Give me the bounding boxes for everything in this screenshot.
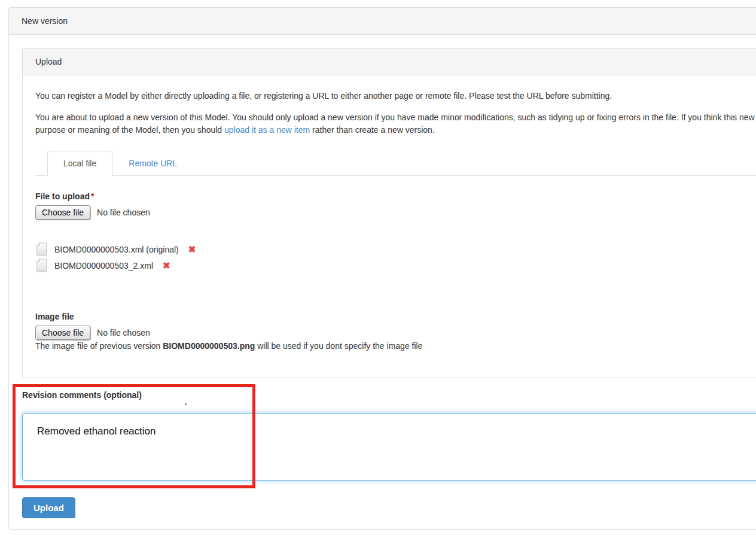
tab-remote-url[interactable]: Remote URL [112, 151, 193, 176]
file-name: BIOMD0000000503.xml (original) [54, 245, 179, 254]
delete-file-icon[interactable]: ✖ [188, 245, 196, 254]
image-note-tail: will be used if you dont specify the ima… [255, 341, 422, 351]
revision-comments-section: Revision comments (optional) Removed eth… [22, 390, 756, 481]
new-version-panel-body: Upload You can register a Model by eithe… [9, 35, 756, 531]
upload-button[interactable]: Upload [22, 497, 75, 518]
image-file-chosen-status: No file chosen [97, 328, 150, 338]
intro-paragraph-1: You can register a Model by either direc… [35, 90, 756, 102]
file-row: BIOMD0000000503_2.xml ✖ [35, 257, 756, 273]
file-to-upload-label-text: File to upload [35, 191, 90, 201]
image-note-text: The image file of previous version [35, 341, 163, 351]
file-to-upload-input: Choose file No file chosen [35, 205, 756, 220]
file-icon [36, 242, 47, 256]
file-icon [36, 259, 47, 272]
required-asterisk: * [91, 191, 94, 201]
file-row: BIOMD0000000503.xml (original) ✖ [35, 241, 756, 257]
intro-paragraph-2-tail: rather than create a new version. [310, 125, 435, 135]
upload-source-tabs: Local file Remote URL [35, 151, 756, 176]
intro-paragraph-2: You are about to upload a new version of… [35, 111, 756, 136]
delete-file-icon[interactable]: ✖ [163, 261, 170, 270]
upload-as-new-item-link[interactable]: upload it as a new item [224, 125, 310, 135]
existing-file-list: BIOMD0000000503.xml (original) ✖ BIOMD00… [35, 241, 756, 273]
tab-local-file[interactable]: Local file [47, 151, 112, 176]
image-note-filename: BIOMD0000000503.png [163, 341, 255, 351]
choose-file-button[interactable]: Choose file [35, 205, 90, 220]
file-name: BIOMD0000000503_2.xml [54, 261, 153, 270]
image-file-group: Image file Choose file No file chosen Th… [35, 312, 756, 352]
upload-panel: Upload You can register a Model by eithe… [22, 48, 756, 378]
image-file-note: The image file of previous version BIOMD… [35, 340, 756, 352]
upload-panel-body: You can register a Model by either direc… [23, 75, 756, 378]
file-chosen-status: No file chosen [97, 208, 150, 217]
new-version-panel-title: New version [9, 8, 756, 35]
image-file-label: Image file [35, 312, 756, 321]
new-version-panel: New version Upload You can register a Mo… [8, 7, 756, 530]
upload-panel-title: Upload [23, 48, 756, 75]
revision-comments-textarea[interactable]: Removed ethanol reaction [22, 413, 756, 481]
revision-comments-label: Revision comments (optional) [22, 390, 756, 400]
file-to-upload-label: File to upload* [35, 191, 756, 201]
choose-image-file-button[interactable]: Choose file [35, 326, 90, 340]
image-file-input: Choose file No file chosen [35, 326, 756, 340]
